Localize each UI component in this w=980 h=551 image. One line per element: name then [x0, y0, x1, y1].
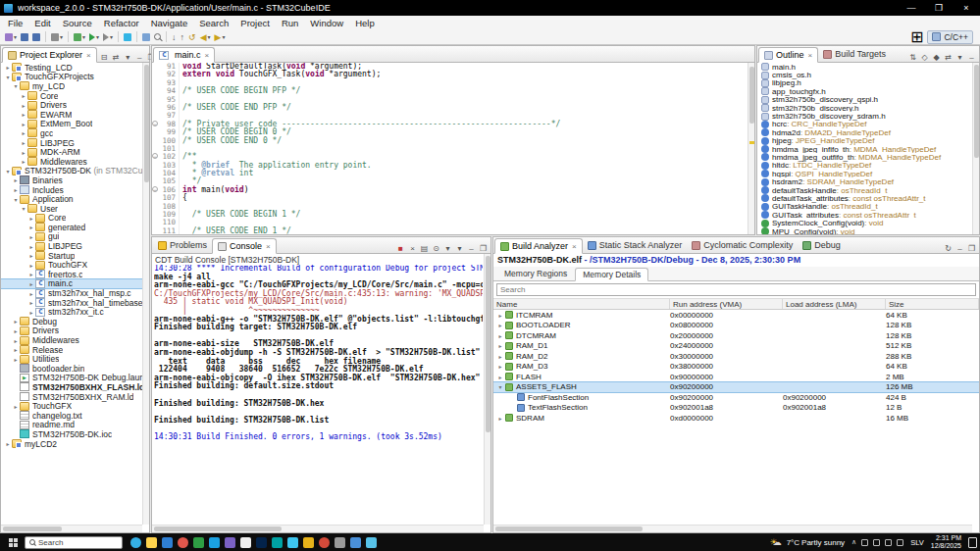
expand-arrow[interactable]: ▸ — [20, 121, 27, 127]
expand-arrow[interactable]: ▾ — [4, 168, 12, 175]
code-line[interactable]: 104 * @retval int — [152, 170, 747, 177]
maximize-button[interactable]: ❐ — [925, 0, 953, 16]
display-console-icon[interactable]: ▾ — [443, 244, 452, 253]
code-line[interactable]: 96/* USER CODE END PFP */ — [152, 104, 747, 112]
tree-item-generated[interactable]: ▸generated — [1, 223, 142, 232]
expand-arrow[interactable]: ▸ — [27, 271, 35, 277]
column-header-run-address-vma[interactable]: Run address (VMA) — [670, 299, 783, 309]
tab-static-stack-analyzer[interactable]: Static Stack Analyzer — [583, 237, 688, 253]
tab-console[interactable]: Console × — [212, 238, 277, 254]
outline-item-hltdc[interactable]: hltdc : LTDC_HandleTypeDef — [757, 162, 972, 170]
outline-item-hmdma-jpeg-outfifo-th[interactable]: hmdma_jpeg_outfifo_th : MDMA_HandleTypeD… — [757, 153, 972, 161]
memory-row-textflashsection[interactable]: TextFlashSection0x902001a80x902001a812 B — [493, 403, 979, 414]
outline-item-stm32h750b-discovery-qspi-h[interactable]: stm32h750b_discovery_qspi.h — [757, 96, 972, 104]
outline-item-libjpeg-h[interactable]: libjpeg.h — [757, 79, 972, 87]
tree-item-extmem-boot[interactable]: ▸ExtMem_Boot — [1, 120, 142, 129]
expand-arrow[interactable]: ▸ — [20, 111, 27, 118]
tree-item-gcc[interactable]: ▸gcc — [1, 128, 142, 138]
outline-item-mpu-config-void[interactable]: MPU_Config(void) : void — [757, 227, 972, 234]
tree-item-stm32h7xx-hal-msp-c[interactable]: ▸stm32h7xx_hal_msp.c — [1, 288, 142, 298]
tree-item-includes[interactable]: ▸Includes — [1, 185, 142, 195]
expand-arrow[interactable]: ▸ — [27, 233, 35, 240]
tree-item-application[interactable]: ▾Application — [1, 194, 142, 204]
scroll-lock-icon[interactable]: ⊙ — [432, 244, 440, 253]
tree-item-startup[interactable]: ▸Startup — [1, 251, 142, 261]
last-edit-location-icon[interactable]: ↺ — [186, 30, 198, 44]
refresh-icon[interactable]: ↻ — [944, 244, 953, 253]
pinned-app-9-icon[interactable] — [256, 537, 267, 548]
hide-fields-icon[interactable]: ◇ — [920, 53, 929, 62]
remove-launch-icon[interactable]: × — [408, 244, 417, 253]
language-indicator[interactable]: SLV — [908, 538, 926, 547]
tree-item-readme-md[interactable]: readme.md — [1, 421, 142, 430]
expand-arrow[interactable]: ▸ — [496, 312, 504, 319]
expand-arrow[interactable]: ▸ — [20, 139, 27, 146]
tree-item-drivers[interactable]: ▸Drivers — [1, 326, 142, 336]
expand-arrow[interactable]: ▸ — [20, 102, 27, 109]
memory-row-itcmram[interactable]: ▸ITCMRAM0x0000000064 KB — [493, 310, 979, 321]
minimize-view-icon[interactable]: – — [135, 53, 144, 62]
outline-item-main-h[interactable]: main.h — [757, 63, 972, 71]
code-editor[interactable]: 91void StartDefaultTask(void *argument);… — [152, 63, 747, 234]
expand-arrow[interactable]: ▸ — [12, 176, 20, 183]
console-output[interactable]: 14:30:28 **** Incremental Build of confi… — [154, 265, 483, 525]
onedrive-icon[interactable] — [861, 539, 868, 546]
outline-item-app-touchgfx-h[interactable]: app_touchgfx.h — [757, 87, 972, 95]
tab-main-c[interactable]: main.c × — [153, 47, 215, 63]
hide-static-icon[interactable]: ◆ — [932, 53, 941, 62]
search-icon[interactable] — [152, 30, 163, 44]
expand-arrow[interactable]: ▸ — [496, 415, 504, 422]
pinned-app-4-icon[interactable] — [178, 537, 188, 548]
minimize-view-icon[interactable]: – — [467, 244, 476, 253]
previous-annotation-icon[interactable]: ↑ — [179, 30, 187, 44]
shield-icon[interactable] — [873, 539, 880, 546]
fold-margin[interactable]: − — [152, 153, 160, 161]
external-tools-icon[interactable]: ▾ — [101, 30, 115, 44]
expand-arrow[interactable]: ▸ — [27, 290, 35, 297]
tree-item-libjpeg[interactable]: ▸LIBJPEG — [1, 138, 142, 148]
memory-row-bootloader[interactable]: ▸BOOTLOADER0x08000000128 KB — [493, 321, 979, 331]
tree-item-user[interactable]: ▾User — [1, 204, 142, 214]
tree-item-testing-lcd[interactable]: ▸Testing_LCD — [1, 63, 142, 73]
save-all-icon[interactable] — [30, 30, 42, 44]
tree-item-touchgfx[interactable]: ▸TouchGFX — [1, 260, 142, 270]
terminate-icon[interactable]: ■ — [396, 244, 405, 253]
expand-arrow[interactable]: ▸ — [27, 243, 35, 250]
volume-icon[interactable] — [897, 539, 903, 546]
pinned-app-10-icon[interactable] — [272, 537, 283, 548]
pinned-app-1-icon[interactable] — [130, 537, 141, 548]
outline-item-stm32h750b-discovery-h[interactable]: stm32h750b_discovery.h — [757, 104, 972, 112]
outline-item-cmsis-os-h[interactable]: cmsis_os.h — [757, 71, 972, 78]
tab-memory-details[interactable]: Memory Details — [575, 268, 648, 281]
column-header-load-address-lma[interactable]: Load address (LMA) — [783, 299, 886, 309]
view-menu-icon[interactable]: ▾ — [955, 53, 964, 62]
warning-marker[interactable] — [749, 141, 754, 144]
minimize-view-icon[interactable]: – — [955, 244, 964, 253]
outline-item-defaulttask-attributes[interactable]: defaultTask_attributes : const osThreadA… — [757, 194, 972, 202]
close-tab-icon[interactable]: × — [572, 242, 577, 251]
expand-arrow[interactable]: ▸ — [27, 299, 35, 306]
expand-arrow[interactable]: ▸ — [496, 322, 504, 328]
tree-item-stm32h750b-dk[interactable]: ▾STM32H750B-DK (in STM32CubeIDE) — [1, 167, 142, 176]
outline-item-guitask-attributes[interactable]: GUITask_attributes : const osThreadAttr_… — [757, 211, 972, 219]
expand-arrow[interactable]: ▸ — [12, 318, 20, 325]
outline-item-hdma2d[interactable]: hdma2d : DMA2D_HandleTypeDef — [757, 128, 972, 136]
tab-cyclomatic-complexity[interactable]: Cyclomatic Complexity — [687, 237, 798, 253]
close-tab-icon[interactable]: × — [808, 51, 813, 60]
link-with-editor-icon[interactable]: ⇄ — [112, 53, 121, 62]
tree-item-mdk-arm[interactable]: ▸MDK-ARM — [1, 147, 142, 157]
outline-item-systemclock-config-void[interactable]: SystemClock_Config(void) : void — [757, 219, 972, 226]
expand-arrow[interactable]: ▸ — [20, 149, 27, 156]
code-line[interactable]: 100/* USER CODE END 0 */ — [152, 137, 747, 145]
column-header-size[interactable]: Size — [886, 299, 979, 309]
expand-arrow[interactable]: ▾ — [4, 74, 12, 80]
expand-arrow[interactable]: ▸ — [27, 252, 35, 259]
expand-arrow[interactable]: ▸ — [20, 129, 27, 136]
expand-arrow[interactable]: ▾ — [12, 196, 20, 203]
menu-search[interactable]: Search — [193, 18, 234, 28]
code-line[interactable]: 111 /* USER CODE END 1 */ — [152, 227, 747, 234]
outline-item-stm32h750b-discovery-sdram-h[interactable]: stm32h750b_discovery_sdram.h — [757, 112, 972, 120]
tree-item-middlewares[interactable]: ▸Middlewares — [1, 335, 142, 345]
open-perspective-icon[interactable]: ⊞ — [910, 27, 923, 46]
outline-item-hqspi[interactable]: hqspi : QSPI_HandleTypeDef — [757, 170, 972, 177]
